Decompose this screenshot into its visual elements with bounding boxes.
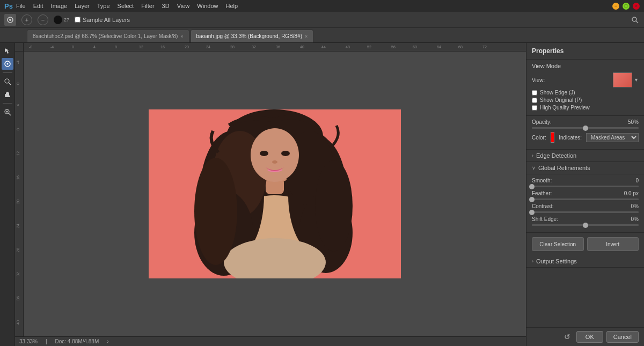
opacity-slider[interactable] <box>532 127 639 129</box>
brush-size-control[interactable]: 27 <box>54 16 69 24</box>
smooth-thumb[interactable] <box>529 184 535 189</box>
show-original-row[interactable]: Show Original (P) <box>532 97 639 103</box>
show-edge-checkbox[interactable] <box>532 90 537 95</box>
ok-button[interactable]: OK <box>576 331 603 343</box>
canvas-content[interactable] <box>24 51 526 336</box>
maximize-button[interactable]: □ <box>623 3 630 10</box>
svg-point-64 <box>194 158 237 265</box>
indicates-select[interactable]: Masked Areas Selected Areas Custom <box>586 133 639 142</box>
svg-text:8: 8 <box>115 45 117 49</box>
opacity-thumb[interactable] <box>583 126 588 131</box>
menu-view[interactable]: View <box>177 3 190 9</box>
edge-detection-arrow: › <box>532 153 533 158</box>
svg-rect-10 <box>8 92 9 96</box>
view-preview-control[interactable]: ▼ <box>613 72 639 87</box>
menu-3d[interactable]: 3D <box>162 3 170 9</box>
shift-edge-thumb[interactable] <box>583 223 588 228</box>
shift-edge-label: Shift Edge: <box>532 216 558 222</box>
invert-button[interactable]: Invert <box>587 237 639 251</box>
add-brush-button[interactable]: + <box>21 14 32 25</box>
high-quality-preview-label: High Quality Preview <box>540 105 590 111</box>
contrast-thumb[interactable] <box>529 210 535 215</box>
menu-type[interactable]: Type <box>97 3 110 9</box>
svg-text:12: 12 <box>139 45 143 49</box>
opacity-row: Opacity: 50% <box>532 119 639 125</box>
svg-text:4: 4 <box>93 45 96 49</box>
menu-select[interactable]: Select <box>118 3 134 9</box>
menu-layer[interactable]: Layer <box>75 3 90 9</box>
tool-hand[interactable] <box>2 89 13 100</box>
menu-filter[interactable]: Filter <box>141 3 154 9</box>
svg-text:8: 8 <box>16 128 20 130</box>
global-refinements-arrow: ∨ <box>532 165 536 171</box>
high-quality-preview-row[interactable]: High Quality Preview <box>532 105 639 111</box>
global-refinements-toggle[interactable]: ∨ Global Refinements <box>526 162 644 174</box>
high-quality-preview-checkbox[interactable] <box>532 105 537 111</box>
menu-edit[interactable]: Edit <box>33 3 43 9</box>
show-original-checkbox[interactable] <box>532 98 537 103</box>
brush-size-value: 27 <box>64 17 69 23</box>
svg-text:16: 16 <box>16 175 20 180</box>
show-edge-row[interactable]: Show Edge (J) <box>532 90 639 95</box>
menu-help[interactable]: Help <box>225 3 238 9</box>
subtract-brush-button[interactable]: − <box>38 14 48 25</box>
color-swatch[interactable] <box>551 132 555 143</box>
tool-selection[interactable] <box>2 45 13 57</box>
svg-text:28: 28 <box>230 45 235 49</box>
reset-button[interactable]: ↺ <box>561 331 573 343</box>
shift-edge-slider[interactable] <box>532 224 639 226</box>
edge-detection-toggle[interactable]: › Edge Detection <box>526 150 644 162</box>
feather-label: Feather: <box>532 190 552 196</box>
svg-point-65 <box>315 160 353 252</box>
status-bar: 33.33% | Doc: 4.88M/4.88M › <box>15 336 526 346</box>
smooth-value: 0 <box>620 178 639 183</box>
svg-text:32: 32 <box>16 272 20 276</box>
svg-text:52: 52 <box>367 45 371 49</box>
smooth-row: Smooth: 0 <box>532 178 639 183</box>
sample-all-layers-option[interactable]: Sample All Layers <box>75 17 130 23</box>
svg-text:40: 40 <box>16 320 20 325</box>
menu-bar[interactable]: File Edit Image Layer Type Select Filter… <box>16 3 238 9</box>
menu-window[interactable]: Window <box>197 3 218 9</box>
output-settings-label: Output Settings <box>536 258 577 264</box>
tool-zoom[interactable] <box>2 76 13 87</box>
show-edge-label: Show Edge (J) <box>540 90 575 95</box>
contrast-slider[interactable] <box>532 211 639 213</box>
menu-image[interactable]: Image <box>51 3 68 9</box>
tool-refine-edge-brush[interactable] <box>2 58 13 70</box>
view-mode-header: View Mode <box>532 63 639 69</box>
svg-text:72: 72 <box>482 45 487 49</box>
global-refinements-label: Global Refinements <box>538 165 590 171</box>
status-arrow[interactable]: › <box>107 338 108 344</box>
search-icon[interactable] <box>630 15 640 25</box>
close-button[interactable]: × <box>633 3 640 10</box>
view-preview-swatch[interactable] <box>613 72 632 87</box>
svg-point-5 <box>6 63 8 65</box>
sample-all-layers-label: Sample All Layers <box>83 17 130 23</box>
output-settings-toggle[interactable]: › Output Settings <box>526 255 644 268</box>
opacity-label: Opacity: <box>532 119 552 125</box>
smooth-slider[interactable] <box>532 186 639 187</box>
minimize-button[interactable]: − <box>612 3 619 10</box>
right-panel: Properties View Mode View: ▼ Show Edge (… <box>526 43 644 346</box>
sample-all-layers-checkbox[interactable] <box>75 17 80 23</box>
clear-selection-button[interactable]: Clear Selection <box>532 237 584 251</box>
feather-thumb[interactable] <box>529 197 535 202</box>
menu-file[interactable]: File <box>16 3 26 9</box>
svg-text:0: 0 <box>72 45 74 49</box>
svg-line-3 <box>636 21 638 23</box>
feather-row: Feather: 0.0 px <box>532 190 639 196</box>
svg-text:40: 40 <box>300 45 304 49</box>
cancel-button[interactable]: Cancel <box>606 331 639 343</box>
feather-slider[interactable] <box>532 198 639 200</box>
tool-magnify[interactable] <box>2 106 13 118</box>
tab-1[interactable]: baoanh.jpg @ 33.3% (Background, RGB/8#) … <box>191 30 314 42</box>
global-refinements-section: Smooth: 0 Feather: 0.0 px Contrast: 0% <box>526 174 644 233</box>
tab-1-close[interactable]: × <box>305 34 308 39</box>
image-container <box>149 109 401 278</box>
tab-0-close[interactable]: × <box>180 34 183 39</box>
tab-0[interactable]: 8sachtuhoc2.psd @ 66.7% (Selective Color… <box>27 30 189 42</box>
view-mode-row: View: ▼ <box>532 72 639 87</box>
window-controls[interactable]: − □ × <box>612 3 640 10</box>
view-dropdown-arrow[interactable]: ▼ <box>634 77 639 83</box>
